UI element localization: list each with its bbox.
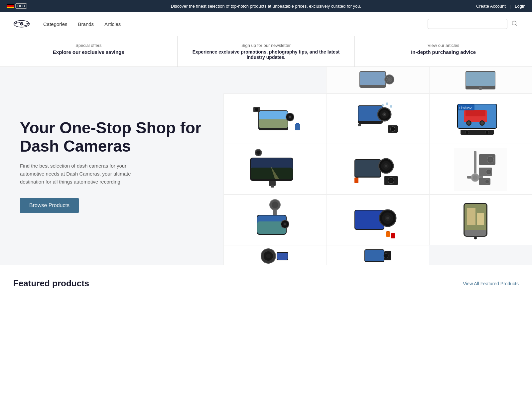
info-main-1: Explore our exclusive savings: [7, 49, 171, 55]
svg-rect-24: [296, 123, 299, 124]
german-flag: [7, 4, 14, 8]
svg-point-30: [384, 114, 385, 115]
lang-code[interactable]: DEU: [15, 3, 27, 9]
search-input[interactable]: [428, 19, 507, 29]
auth-links: Create Account | Login: [476, 4, 525, 9]
info-sub-1: Special offers: [7, 43, 171, 48]
product-cell-5: 7 inch HD: [429, 93, 532, 144]
info-newsletter[interactable]: Sign up for our newsletter Experience ex…: [178, 36, 355, 66]
svg-rect-96: [386, 231, 390, 237]
svg-point-48: [466, 131, 469, 134]
svg-point-36: [390, 105, 392, 108]
info-main-3: In-depth purchasing advice: [361, 49, 525, 55]
product-cell-7: [326, 144, 429, 195]
featured-header: Featured products View All Featured Prod…: [13, 278, 519, 289]
header: Categories Brands Articles: [0, 12, 532, 36]
svg-point-63: [385, 165, 387, 167]
nav-categories[interactable]: Categories: [43, 21, 67, 27]
svg-rect-113: [365, 250, 384, 261]
main-nav: Categories Brands Articles: [43, 21, 121, 27]
svg-point-3: [21, 23, 22, 24]
product-cell-13: [326, 245, 429, 265]
hero-description: Find the best selection of dash cameras …: [20, 162, 146, 186]
language-selector[interactable]: DEU: [7, 3, 27, 9]
product-cell-11: [429, 195, 532, 245]
product-cell-9: [223, 195, 326, 245]
svg-rect-16: [259, 111, 288, 119]
product-cell-2: [429, 67, 532, 93]
svg-point-20: [289, 116, 291, 118]
product-cell-1: [326, 67, 429, 93]
svg-point-55: [256, 151, 260, 155]
svg-point-49: [485, 131, 489, 134]
info-sub-2: Sign up for our newsletter: [184, 43, 348, 48]
svg-rect-52: [251, 168, 293, 179]
product-cell-4: [326, 93, 429, 144]
hero-section: Your One-Stop Shop for Dash Cameras Find…: [0, 67, 532, 265]
login-link[interactable]: Login: [515, 4, 525, 9]
featured-section: Featured products View All Featured Prod…: [0, 265, 532, 295]
svg-rect-111: [277, 253, 288, 260]
hero-title: Your One-Stop Shop for Dash Cameras: [20, 119, 203, 155]
featured-products-title: Featured products: [13, 278, 89, 289]
svg-rect-102: [467, 208, 475, 225]
svg-point-66: [389, 179, 393, 182]
product-cell-8: [429, 144, 532, 195]
svg-rect-57: [271, 185, 274, 188]
svg-point-89: [284, 223, 286, 225]
nav-brands[interactable]: Brands: [78, 21, 94, 27]
product-cell-6: [223, 144, 326, 195]
svg-point-4: [512, 21, 516, 25]
svg-point-13: [479, 87, 482, 90]
logo-area[interactable]: [13, 17, 30, 31]
site-logo: [13, 17, 30, 31]
browse-products-button[interactable]: Browse Products: [20, 198, 79, 213]
svg-rect-104: [465, 230, 486, 236]
view-all-featured-link[interactable]: View All Featured Products: [463, 281, 519, 286]
svg-point-22: [255, 108, 258, 111]
svg-rect-97: [387, 231, 389, 232]
svg-point-34: [382, 104, 384, 107]
svg-point-106: [474, 237, 477, 239]
svg-point-35: [386, 102, 388, 105]
svg-line-5: [515, 24, 516, 25]
svg-rect-80: [454, 148, 507, 191]
info-bar: Special offers Explore our exclusive sav…: [0, 36, 532, 67]
search-area: [428, 19, 519, 29]
product-cell-10: [326, 195, 429, 245]
svg-point-109: [266, 254, 271, 258]
svg-rect-33: [358, 124, 361, 126]
search-button[interactable]: [510, 19, 519, 29]
announcement-bar: DEU Discover the finest selection of top…: [0, 0, 532, 12]
svg-rect-12: [466, 72, 495, 86]
svg-rect-17: [259, 119, 288, 128]
svg-rect-23: [295, 124, 300, 130]
svg-point-44: [480, 121, 484, 125]
hero-content: Your One-Stop Shop for Dash Cameras Find…: [0, 67, 223, 265]
svg-rect-103: [477, 213, 484, 225]
nav-articles[interactable]: Articles: [104, 21, 121, 27]
product-cell-12: [223, 245, 326, 265]
svg-point-115: [384, 253, 388, 258]
svg-text:7 inch HD: 7 inch HD: [459, 106, 472, 109]
svg-point-82: [272, 201, 278, 208]
svg-point-95: [386, 217, 389, 219]
hero-product-grid: 7 inch HD: [223, 67, 532, 265]
svg-rect-98: [391, 233, 395, 238]
svg-point-32: [390, 127, 395, 131]
svg-point-42: [467, 121, 470, 125]
svg-rect-40: [466, 110, 485, 116]
info-special-offers[interactable]: Special offers Explore our exclusive sav…: [0, 36, 178, 66]
svg-rect-59: [355, 160, 380, 177]
product-cell-3: [223, 93, 326, 144]
info-articles[interactable]: View our articles In-depth purchasing ad…: [355, 36, 532, 66]
announcement-text: Discover the finest selection of top-not…: [171, 4, 361, 9]
svg-rect-67: [354, 178, 358, 183]
auth-divider: |: [510, 4, 511, 9]
info-sub-3: View our articles: [361, 43, 525, 48]
create-account-link[interactable]: Create Account: [476, 4, 506, 9]
info-main-2: Experience exclusive promotions, photogr…: [184, 49, 348, 60]
svg-point-10: [388, 78, 391, 81]
svg-rect-7: [360, 72, 385, 85]
